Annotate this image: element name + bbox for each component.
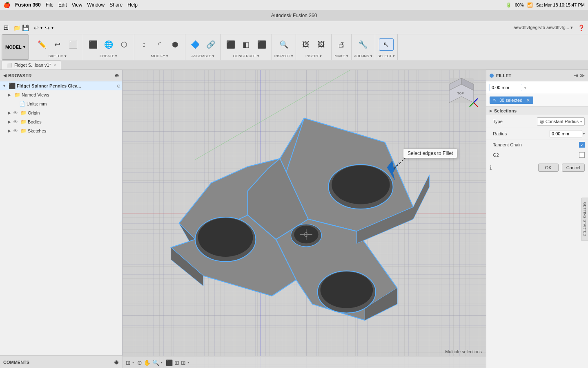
pin-icon[interactable]: ⇥ [574, 73, 578, 79]
sketch-create-btn[interactable]: ✏️ [35, 39, 49, 50]
comments-add-icon[interactable]: ⊕ [114, 359, 119, 366]
info-icon[interactable]: ℹ [490, 164, 492, 171]
revolve-icon: 🌐 [104, 40, 113, 49]
viewcube[interactable]: TOP [445, 74, 478, 107]
grid-icon[interactable]: ⊞ [3, 24, 9, 31]
selection-badge-row: ↖ 30 selected ✕ [486, 94, 588, 107]
joint-btn[interactable]: 🔗 [203, 39, 218, 50]
browser-add-icon[interactable]: ⊕ [115, 73, 119, 79]
tree-root-item[interactable]: ▼ ⬛ Fidget Spinner Pennies Clea... ⊙ [0, 81, 122, 90]
zoom-icon[interactable]: 🔍 [152, 359, 159, 366]
main-tab[interactable]: ⬜ Fidget S...lean v1* × [2, 61, 61, 70]
pan-icon[interactable]: ✋ [144, 359, 151, 366]
extrude-btn[interactable]: ⬛ [86, 39, 100, 50]
redo-history-icon[interactable]: ▾ [51, 25, 53, 30]
comments-bar[interactable]: COMMENTS ⊕ [0, 355, 122, 368]
radius-input[interactable] [550, 130, 582, 137]
svg-line-30 [470, 103, 474, 107]
view-controls-icon[interactable]: ⊞ [126, 359, 131, 366]
modify-label: MODIFY ▾ [151, 54, 168, 58]
model-dropdown[interactable]: MODEL ▾ [2, 34, 29, 60]
grid-dropdown[interactable]: ▾ [187, 361, 189, 364]
tree-origin[interactable]: ▶ 👁 📁 Origin [0, 108, 122, 117]
radius-quick-input[interactable] [490, 84, 522, 91]
inspect-btn[interactable]: 🔍 [276, 39, 291, 50]
radius-dropdown-arrow[interactable]: ▾ [524, 86, 526, 90]
apple-logo[interactable]: 🍎 [3, 2, 10, 8]
plane-angle-btn[interactable]: ◧ [239, 39, 254, 50]
undo-icon[interactable]: ↩ [34, 25, 39, 31]
collapse-icon[interactable]: ≫ [579, 73, 585, 79]
tangent-plane-btn[interactable]: ⬛ [254, 39, 269, 50]
grid-mode-icon[interactable]: ⊞ [181, 359, 186, 366]
root-pin-icon[interactable]: ⊙ [117, 83, 120, 89]
selections-section-header[interactable]: ▶ Selections [486, 107, 588, 115]
view-dropdown-arrow[interactable]: ▾ [132, 361, 134, 364]
sketches-eye-icon[interactable]: 👁 [13, 128, 18, 133]
press-pull-btn[interactable]: ↕ [137, 39, 151, 50]
menu-file[interactable]: File [46, 2, 53, 8]
selections-label: Selections [494, 108, 517, 113]
toolbar-group-insert: 🖼 🖼 INSERT ▾ [296, 34, 332, 60]
type-row: Type ◎ Constant Radius ▾ [486, 115, 588, 128]
tooltip-select-edges: Select edges to Fillet [403, 148, 457, 158]
origin-expand-icon: ▶ [8, 111, 13, 115]
view-mode-icon[interactable]: ⬛ [166, 359, 173, 366]
menu-help[interactable]: Help [127, 2, 138, 8]
addins-btn[interactable]: 🔧 [356, 39, 370, 50]
toolbar-group-inspect: 🔍 INSPECT ▾ [272, 34, 296, 60]
zoom-dropdown[interactable]: ▾ [161, 361, 163, 364]
viewcube-svg: TOP [445, 74, 478, 107]
sketch-palette-btn[interactable]: ⬜ [66, 39, 80, 50]
tree-bodies[interactable]: ▶ 👁 📁 Bodies [0, 117, 122, 126]
toolbar-group-modify: ↕ ◜ ⬢ MODIFY ▾ [134, 34, 185, 60]
revolve-btn[interactable]: 🌐 [101, 39, 116, 50]
radius-row: Radius ▾ [486, 128, 588, 140]
orbit-icon[interactable]: ⊙ [137, 359, 142, 366]
origin-eye-icon[interactable]: 👁 [13, 110, 18, 115]
title-bar: Autodesk Fusion 360 [0, 10, 588, 21]
menu-view[interactable]: View [72, 2, 82, 8]
decal-btn[interactable]: 🖼 [314, 39, 329, 50]
tree-sketches[interactable]: ▶ 👁 📁 Sketches [0, 126, 122, 135]
clear-selection-btn[interactable]: ✕ [526, 98, 530, 103]
finish-sketch-btn[interactable]: ↩ [50, 39, 65, 50]
undo-history-icon[interactable]: ▾ [40, 25, 42, 30]
menu-window[interactable]: Window [87, 2, 105, 8]
display-mode-icon[interactable]: ⊞ [174, 359, 179, 366]
print-btn[interactable]: 🖨 [334, 39, 349, 50]
tangent-chain-label: Tangent Chain [493, 142, 579, 147]
menu-edit[interactable]: Edit [58, 2, 67, 8]
tree-named-views[interactable]: ▶ 📁 Named Views [0, 90, 122, 99]
offset-plane-btn[interactable]: ⬛ [223, 39, 238, 50]
insert-derive-btn[interactable]: 🖼 [298, 39, 313, 50]
cancel-button[interactable]: Cancel [562, 164, 585, 172]
save-icon[interactable]: 💾 [22, 25, 29, 31]
browser-collapse-icon[interactable]: ◀ [3, 73, 7, 78]
ok-button[interactable]: OK [538, 164, 559, 172]
sketches-expand-icon: ▶ [8, 129, 13, 133]
modify-more-btn[interactable]: ⬢ [168, 39, 183, 50]
select-btn[interactable]: ↖ [379, 38, 394, 51]
getting-started-tab[interactable]: GETTING STARTED [581, 197, 588, 241]
viewport[interactable]: Select edges to Fillet TOP Multiple sele… [122, 70, 486, 368]
tab-close-btn[interactable]: × [53, 63, 56, 67]
bodies-eye-icon[interactable]: 👁 [13, 119, 18, 124]
menu-share[interactable]: Share [109, 2, 122, 8]
radius-input-arrow[interactable]: ▾ [583, 132, 585, 136]
g2-checkbox[interactable] [579, 152, 585, 158]
help-icon[interactable]: ❓ [578, 25, 585, 31]
root-expand-icon: ▼ [2, 84, 7, 88]
tangent-chain-checkbox[interactable]: ✓ [579, 142, 585, 148]
redo-icon[interactable]: ↪ [45, 25, 50, 31]
type-dropdown[interactable]: ◎ Constant Radius ▾ [537, 117, 585, 126]
account-info[interactable]: aewdffvfgegrvfb aewdffvfg... ▾ [513, 25, 573, 30]
tree-units[interactable]: 📄 Units: mm [0, 99, 122, 108]
mac-menubar: 🍎 Fusion 360 File Edit View Window Share… [0, 0, 588, 10]
folder-icon[interactable]: 📁 [13, 25, 20, 31]
selected-badge[interactable]: ↖ 30 selected ✕ [490, 96, 533, 104]
new-component-btn[interactable]: 🔷 [188, 39, 203, 50]
fillet-btn[interactable]: ◜ [152, 39, 167, 50]
svg-line-29 [474, 103, 478, 107]
create-more-btn[interactable]: ⬡ [117, 39, 131, 50]
